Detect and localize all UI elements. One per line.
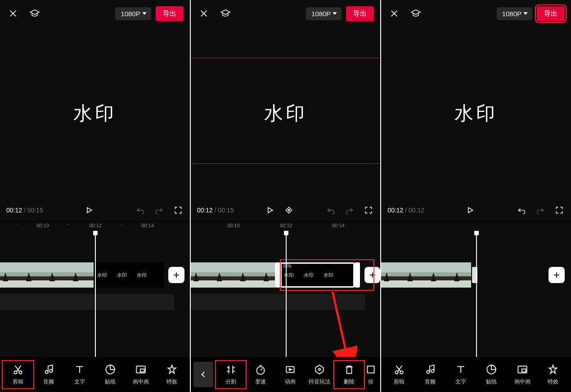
redo-icon[interactable]: [535, 205, 546, 216]
playhead[interactable]: [286, 231, 287, 357]
tool-speed[interactable]: 变速: [246, 361, 275, 388]
wm-label: 水印: [324, 272, 333, 279]
tool-text[interactable]: 文字: [64, 361, 95, 388]
redo-icon[interactable]: [154, 205, 165, 216]
tool-label: 贴纸: [105, 378, 116, 386]
tool-anim[interactable]: 动画: [275, 361, 305, 388]
add-clip-button[interactable]: +: [364, 267, 380, 283]
playhead[interactable]: [476, 231, 477, 357]
time-ruler[interactable]: [381, 221, 571, 231]
tool-more[interactable]: 排: [364, 361, 378, 388]
timeline[interactable]: +: [381, 231, 571, 357]
add-clip-button[interactable]: +: [549, 267, 565, 283]
wm-label: 水印: [304, 272, 314, 279]
playhead[interactable]: [95, 231, 96, 357]
clip-handle-right[interactable]: [355, 262, 360, 288]
transport-bar: 00:12 / 00:15: [191, 199, 381, 221]
export-button[interactable]: 导出: [156, 6, 184, 21]
bottom-toolbar: 剪辑 音频 文字 贴纸 画中画 特效: [381, 357, 571, 392]
audio-track-placeholder[interactable]: [0, 294, 175, 310]
tool-edit[interactable]: 剪辑: [3, 361, 33, 388]
tool-sticker[interactable]: 贴纸: [95, 361, 126, 388]
undo-icon[interactable]: [516, 205, 527, 216]
svg-point-7: [288, 209, 290, 211]
tool-fx[interactable]: 特效: [538, 361, 568, 388]
fullscreen-icon[interactable]: [173, 205, 184, 216]
time-total: 00:15: [27, 207, 43, 214]
fullscreen-icon[interactable]: [363, 205, 374, 216]
time-ruler[interactable]: 00:10 00:12 00:14: [0, 221, 190, 231]
wm-label: 水印: [97, 272, 107, 279]
timeline[interactable]: 3.0s 水印 水印 水印 +: [191, 231, 381, 357]
wm-label: 水印: [117, 272, 127, 279]
tool-split[interactable]: 分割: [216, 361, 246, 388]
clip-handle-left[interactable]: [275, 262, 280, 288]
bottom-toolbar: 剪辑 音频 文字 贴纸 画中画 特效: [0, 357, 190, 392]
back-button[interactable]: [193, 362, 213, 387]
undo-icon[interactable]: [135, 205, 146, 216]
fullscreen-icon[interactable]: [554, 205, 565, 216]
resolution-button[interactable]: 1080P: [115, 7, 151, 20]
tool-edit[interactable]: 剪辑: [384, 361, 414, 388]
graduation-cap-icon[interactable]: [409, 7, 423, 20]
redo-icon[interactable]: [344, 205, 355, 216]
caret-down-icon: [333, 12, 337, 15]
add-clip-button[interactable]: +: [168, 267, 184, 283]
tool-label: 剪辑: [394, 378, 405, 386]
video-clip[interactable]: [381, 262, 471, 288]
video-preview[interactable]: 水印: [0, 27, 190, 199]
video-preview[interactable]: 水印: [191, 27, 381, 199]
tool-label: 音频: [425, 378, 436, 386]
play-icon[interactable]: [465, 205, 476, 216]
svg-rect-19: [522, 369, 526, 372]
tool-sticker[interactable]: 贴纸: [476, 361, 507, 388]
tool-delete[interactable]: 删除: [334, 361, 364, 388]
tool-label: 排: [368, 378, 373, 386]
graduation-cap-icon[interactable]: [28, 7, 41, 20]
svg-point-11: [319, 368, 320, 370]
watermark-clip[interactable]: 水印 水印 水印: [94, 262, 164, 288]
panel-3: 1080P 导出 水印 00:12 / 00:12: [381, 0, 571, 392]
video-clip[interactable]: [191, 262, 275, 288]
tool-audio[interactable]: 音频: [415, 361, 445, 388]
wm-label: 水印: [137, 272, 147, 279]
video-clip[interactable]: [0, 262, 94, 288]
tool-douyin[interactable]: 抖音玩法: [305, 361, 334, 388]
transport-bar: 00:12 / 00:15: [0, 199, 190, 221]
clip-duration-badge: 3.0s: [283, 263, 292, 268]
tool-fx[interactable]: 特效: [156, 361, 187, 388]
panel-1: 1080P 导出 水印 00:12 / 00:15 00:10 00:12 0: [0, 0, 190, 392]
svg-rect-12: [368, 366, 374, 373]
ruler-tick: 00:12: [280, 223, 292, 228]
resolution-button[interactable]: 1080P: [497, 7, 532, 20]
close-icon[interactable]: [197, 7, 211, 20]
svg-rect-6: [140, 369, 144, 372]
audio-track-placeholder[interactable]: [191, 294, 365, 310]
tool-audio[interactable]: 音频: [33, 361, 64, 388]
close-icon[interactable]: [6, 7, 20, 20]
tool-label: 删除: [344, 378, 355, 386]
undo-icon[interactable]: [325, 205, 336, 216]
tool-label: 特效: [166, 378, 177, 386]
graduation-cap-icon[interactable]: [219, 7, 232, 20]
close-icon[interactable]: [387, 7, 401, 20]
resolution-label: 1080P: [311, 10, 331, 18]
tool-text[interactable]: 文字: [445, 361, 476, 388]
ruler-tick: 00:12: [89, 223, 102, 228]
tool-label: 音频: [43, 378, 54, 386]
resolution-button[interactable]: 1080P: [306, 7, 342, 20]
export-button[interactable]: 导出: [537, 6, 565, 21]
tool-pip[interactable]: 画中画: [507, 361, 537, 388]
video-preview[interactable]: 水印: [381, 27, 571, 199]
tool-pip[interactable]: 画中画: [126, 361, 156, 388]
keyframe-icon[interactable]: [283, 205, 294, 216]
play-icon[interactable]: [84, 205, 94, 216]
timeline[interactable]: 水印 水印 水印 +: [0, 231, 190, 357]
time-current: 00:12: [197, 207, 213, 214]
export-button[interactable]: 导出: [346, 6, 374, 21]
play-icon[interactable]: [265, 205, 275, 216]
ruler-tick: 00:10: [227, 223, 240, 228]
watermark-clip-selected[interactable]: 3.0s 水印 水印 水印: [280, 262, 355, 288]
time-ruler[interactable]: 00:10 00:12 00:14: [191, 221, 381, 231]
tool-label: 画中画: [133, 378, 149, 386]
